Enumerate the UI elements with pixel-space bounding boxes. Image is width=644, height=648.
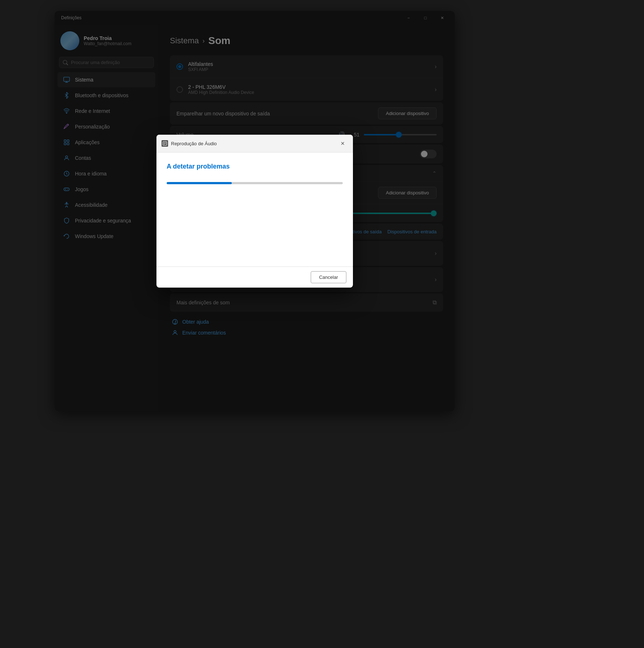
modal-title-icon [162, 140, 168, 147]
modal-overlay: Reprodução de Áudio ✕ A detetar problema… [55, 11, 455, 411]
modal-title-text: Reprodução de Áudio [171, 141, 217, 146]
cancel-button[interactable]: Cancelar [311, 271, 346, 283]
progress-bar-fill [167, 182, 232, 184]
modal-titlebar: Reprodução de Áudio ✕ [156, 135, 353, 153]
audio-troubleshooter-modal: Reprodução de Áudio ✕ A detetar problema… [156, 135, 353, 288]
settings-window: Definições − □ ✕ Pedro Troia Watto_fan@h… [55, 11, 455, 411]
progress-bar-container [167, 182, 343, 184]
modal-footer: Cancelar [156, 266, 353, 288]
modal-body: A detetar problemas [156, 153, 353, 266]
modal-heading: A detetar problemas [167, 163, 343, 170]
modal-close-button[interactable]: ✕ [338, 138, 348, 149]
